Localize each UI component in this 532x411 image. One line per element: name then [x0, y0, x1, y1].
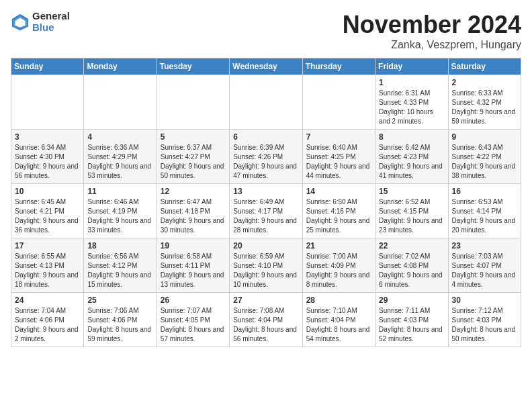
- calendar-cell: 24Sunrise: 7:04 AMSunset: 4:06 PMDayligh…: [11, 293, 84, 347]
- day-number: 17: [15, 241, 80, 250]
- calendar-cell: 5Sunrise: 6:37 AMSunset: 4:27 PMDaylight…: [157, 130, 229, 184]
- calendar-week-0: 1Sunrise: 6:31 AMSunset: 4:33 PMDaylight…: [11, 75, 521, 130]
- calendar-cell: 15Sunrise: 6:52 AMSunset: 4:15 PMDayligh…: [375, 184, 448, 238]
- day-detail: Sunrise: 6:46 AMSunset: 4:19 PMDaylight:…: [87, 198, 151, 234]
- header-cell-saturday: Saturday: [448, 58, 521, 75]
- calendar-cell: 29Sunrise: 7:11 AMSunset: 4:03 PMDayligh…: [375, 293, 448, 347]
- calendar-week-2: 10Sunrise: 6:45 AMSunset: 4:21 PMDayligh…: [11, 184, 521, 238]
- calendar-cell: 4Sunrise: 6:36 AMSunset: 4:29 PMDaylight…: [84, 130, 157, 184]
- day-detail: Sunrise: 7:08 AMSunset: 4:04 PMDaylight:…: [233, 307, 297, 342]
- calendar-cell: [11, 75, 84, 130]
- day-detail: Sunrise: 7:11 AMSunset: 4:03 PMDaylight:…: [379, 307, 443, 342]
- day-number: 14: [306, 187, 371, 196]
- calendar-cell: 12Sunrise: 6:47 AMSunset: 4:18 PMDayligh…: [157, 184, 229, 238]
- day-detail: Sunrise: 6:55 AMSunset: 4:13 PMDaylight:…: [15, 253, 79, 288]
- day-detail: Sunrise: 7:02 AMSunset: 4:08 PMDaylight:…: [379, 253, 443, 288]
- day-number: 12: [161, 187, 226, 196]
- header: General Blue November 2024 Zanka, Veszpr…: [11, 11, 521, 51]
- day-number: 5: [161, 132, 226, 142]
- calendar-cell: 10Sunrise: 6:45 AMSunset: 4:21 PMDayligh…: [11, 184, 84, 238]
- day-detail: Sunrise: 6:47 AMSunset: 4:18 PMDaylight:…: [161, 198, 224, 234]
- calendar-cell: 19Sunrise: 6:58 AMSunset: 4:11 PMDayligh…: [157, 238, 229, 293]
- calendar-cell: 28Sunrise: 7:10 AMSunset: 4:04 PMDayligh…: [302, 293, 375, 347]
- logo-blue: Blue: [32, 22, 70, 34]
- calendar-cell: 18Sunrise: 6:56 AMSunset: 4:12 PMDayligh…: [84, 238, 157, 293]
- logo-general: General: [32, 11, 70, 22]
- calendar-cell: [302, 75, 375, 130]
- day-detail: Sunrise: 6:45 AMSunset: 4:21 PMDaylight:…: [15, 198, 79, 234]
- day-number: 4: [87, 132, 152, 142]
- day-number: 19: [161, 241, 226, 250]
- day-number: 3: [15, 132, 80, 142]
- day-detail: Sunrise: 6:53 AMSunset: 4:14 PMDaylight:…: [452, 198, 516, 234]
- day-detail: Sunrise: 6:34 AMSunset: 4:30 PMDaylight:…: [15, 144, 79, 179]
- header-cell-wednesday: Wednesday: [230, 58, 302, 75]
- header-row: SundayMondayTuesdayWednesdayThursdayFrid…: [11, 58, 521, 75]
- day-number: 7: [306, 132, 371, 142]
- logo-text: General Blue: [32, 11, 70, 33]
- day-number: 23: [452, 241, 517, 250]
- day-detail: Sunrise: 6:33 AMSunset: 4:32 PMDaylight:…: [452, 89, 516, 125]
- header-cell-thursday: Thursday: [302, 58, 375, 75]
- calendar-cell: 6Sunrise: 6:39 AMSunset: 4:26 PMDaylight…: [230, 130, 302, 184]
- header-cell-tuesday: Tuesday: [157, 58, 229, 75]
- day-number: 26: [161, 295, 226, 305]
- day-number: 22: [379, 241, 444, 250]
- day-number: 16: [452, 187, 517, 196]
- day-detail: Sunrise: 6:40 AMSunset: 4:25 PMDaylight:…: [306, 144, 370, 179]
- calendar-cell: 11Sunrise: 6:46 AMSunset: 4:19 PMDayligh…: [84, 184, 157, 238]
- header-cell-friday: Friday: [375, 58, 448, 75]
- location-title: Zanka, Veszprem, Hungary: [343, 39, 521, 51]
- day-number: 8: [379, 132, 444, 142]
- day-detail: Sunrise: 7:10 AMSunset: 4:04 PMDaylight:…: [306, 307, 370, 342]
- day-detail: Sunrise: 6:56 AMSunset: 4:12 PMDaylight:…: [87, 253, 151, 288]
- day-detail: Sunrise: 7:00 AMSunset: 4:09 PMDaylight:…: [306, 253, 370, 288]
- calendar-week-3: 17Sunrise: 6:55 AMSunset: 4:13 PMDayligh…: [11, 238, 521, 293]
- calendar-cell: 20Sunrise: 6:59 AMSunset: 4:10 PMDayligh…: [230, 238, 302, 293]
- header-cell-monday: Monday: [84, 58, 157, 75]
- calendar-cell: 8Sunrise: 6:42 AMSunset: 4:23 PMDaylight…: [375, 130, 448, 184]
- calendar-cell: 14Sunrise: 6:50 AMSunset: 4:16 PMDayligh…: [302, 184, 375, 238]
- day-detail: Sunrise: 7:03 AMSunset: 4:07 PMDaylight:…: [452, 253, 516, 288]
- header-cell-sunday: Sunday: [11, 58, 84, 75]
- month-title: November 2024: [343, 11, 521, 39]
- day-detail: Sunrise: 6:52 AMSunset: 4:15 PMDaylight:…: [379, 198, 443, 234]
- calendar-cell: 23Sunrise: 7:03 AMSunset: 4:07 PMDayligh…: [448, 238, 521, 293]
- calendar-table: SundayMondayTuesdayWednesdayThursdayFrid…: [11, 58, 521, 347]
- day-number: 25: [87, 295, 152, 305]
- day-number: 28: [306, 295, 371, 305]
- day-number: 21: [306, 241, 371, 250]
- day-number: 24: [15, 295, 80, 305]
- day-detail: Sunrise: 7:12 AMSunset: 4:03 PMDaylight:…: [452, 307, 516, 342]
- day-number: 10: [15, 187, 80, 196]
- calendar-cell: 2Sunrise: 6:33 AMSunset: 4:32 PMDaylight…: [448, 75, 521, 130]
- day-detail: Sunrise: 6:36 AMSunset: 4:29 PMDaylight:…: [87, 144, 151, 179]
- calendar-week-4: 24Sunrise: 7:04 AMSunset: 4:06 PMDayligh…: [11, 293, 521, 347]
- day-number: 30: [452, 295, 517, 305]
- calendar-cell: 21Sunrise: 7:00 AMSunset: 4:09 PMDayligh…: [302, 238, 375, 293]
- title-area: November 2024 Zanka, Veszprem, Hungary: [343, 11, 521, 51]
- calendar-week-1: 3Sunrise: 6:34 AMSunset: 4:30 PMDaylight…: [11, 130, 521, 184]
- calendar-cell: 3Sunrise: 6:34 AMSunset: 4:30 PMDaylight…: [11, 130, 84, 184]
- calendar-cell: 22Sunrise: 7:02 AMSunset: 4:08 PMDayligh…: [375, 238, 448, 293]
- day-number: 29: [379, 295, 444, 305]
- day-detail: Sunrise: 6:37 AMSunset: 4:27 PMDaylight:…: [161, 144, 224, 179]
- day-detail: Sunrise: 6:42 AMSunset: 4:23 PMDaylight:…: [379, 144, 443, 179]
- day-number: 6: [233, 132, 298, 142]
- calendar-cell: 25Sunrise: 7:06 AMSunset: 4:06 PMDayligh…: [84, 293, 157, 347]
- day-number: 20: [233, 241, 298, 250]
- day-detail: Sunrise: 7:04 AMSunset: 4:06 PMDaylight:…: [15, 307, 79, 342]
- day-number: 2: [452, 78, 517, 87]
- calendar-cell: 16Sunrise: 6:53 AMSunset: 4:14 PMDayligh…: [448, 184, 521, 238]
- day-detail: Sunrise: 6:31 AMSunset: 4:33 PMDaylight:…: [379, 89, 433, 125]
- calendar-cell: 7Sunrise: 6:40 AMSunset: 4:25 PMDaylight…: [302, 130, 375, 184]
- day-detail: Sunrise: 6:49 AMSunset: 4:17 PMDaylight:…: [233, 198, 297, 234]
- day-number: 9: [452, 132, 517, 142]
- day-number: 13: [233, 187, 298, 196]
- calendar-cell: 1Sunrise: 6:31 AMSunset: 4:33 PMDaylight…: [375, 75, 448, 130]
- day-detail: Sunrise: 7:07 AMSunset: 4:05 PMDaylight:…: [161, 307, 224, 342]
- day-number: 18: [87, 241, 152, 250]
- calendar-cell: [157, 75, 229, 130]
- calendar-cell: [84, 75, 157, 130]
- day-number: 15: [379, 187, 444, 196]
